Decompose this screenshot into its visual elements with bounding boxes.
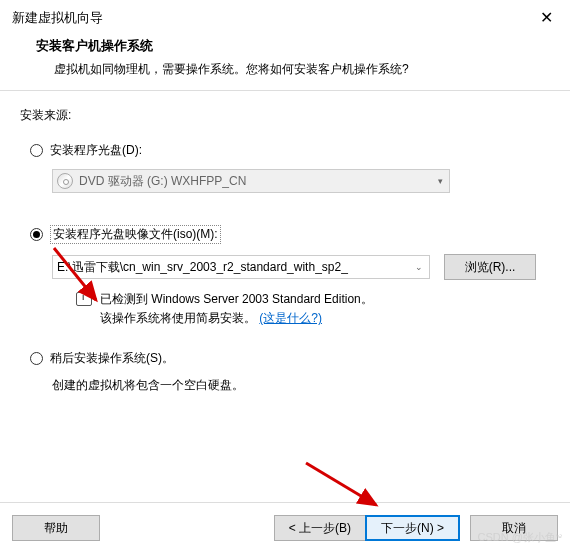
chevron-down-icon: ⌄	[415, 262, 423, 272]
iso-input-row: E:\迅雷下载\cn_win_srv_2003_r2_standard_with…	[52, 254, 550, 280]
content-area: 安装来源: 安装程序光盘(D): DVD 驱动器 (G:) WXHFPP_CN …	[0, 91, 570, 422]
info-line1: 已检测到 Windows Server 2003 Standard Editio…	[100, 292, 373, 306]
iso-path-text: E:\迅雷下载\cn_win_srv_2003_r2_standard_with…	[57, 259, 348, 276]
source-label: 安装来源:	[20, 107, 550, 124]
radio-disc-label: 安装程序光盘(D):	[50, 142, 142, 159]
later-desc: 创建的虚拟机将包含一个空白硬盘。	[52, 377, 550, 394]
info-icon	[76, 292, 92, 306]
titlebar: 新建虚拟机向导 ✕	[0, 0, 570, 33]
back-button[interactable]: < 上一步(B)	[274, 515, 365, 541]
radio-icon	[30, 144, 43, 157]
info-line2: 该操作系统将使用简易安装。	[100, 311, 256, 325]
header-title: 安装客户机操作系统	[36, 37, 546, 55]
dvd-icon	[57, 173, 73, 189]
iso-path-input[interactable]: E:\迅雷下载\cn_win_srv_2003_r2_standard_with…	[52, 255, 430, 279]
radio-later-label: 稍后安装操作系统(S)。	[50, 350, 174, 367]
radio-disc[interactable]: 安装程序光盘(D):	[30, 142, 550, 159]
option-iso-file: 安装程序光盘映像文件(iso)(M): E:\迅雷下载\cn_win_srv_2…	[20, 225, 550, 328]
option-install-later: 稍后安装操作系统(S)。 创建的虚拟机将包含一个空白硬盘。	[20, 350, 550, 394]
radio-iso[interactable]: 安装程序光盘映像文件(iso)(M):	[30, 225, 550, 244]
dvd-drive-text: DVD 驱动器 (G:) WXHFPP_CN	[79, 173, 246, 190]
svg-line-3	[306, 463, 376, 505]
chevron-down-icon: ▾	[438, 176, 443, 186]
browse-button[interactable]: 浏览(R)...	[444, 254, 536, 280]
radio-icon	[30, 352, 43, 365]
dvd-drive-select[interactable]: DVD 驱动器 (G:) WXHFPP_CN ▾	[52, 169, 450, 193]
watermark: CSDN @张小鱼༄	[478, 530, 562, 545]
window-title: 新建虚拟机向导	[12, 9, 103, 27]
detection-info: 已检测到 Windows Server 2003 Standard Editio…	[76, 290, 550, 328]
radio-iso-label: 安装程序光盘映像文件(iso)(M):	[50, 225, 221, 244]
info-text: 已检测到 Windows Server 2003 Standard Editio…	[100, 290, 373, 328]
easy-install-link[interactable]: (这是什么?)	[259, 311, 322, 325]
option-installer-disc: 安装程序光盘(D): DVD 驱动器 (G:) WXHFPP_CN ▾	[20, 142, 550, 193]
help-button[interactable]: 帮助	[12, 515, 100, 541]
header-desc: 虚拟机如同物理机，需要操作系统。您将如何安装客户机操作系统?	[54, 61, 546, 78]
close-icon[interactable]: ✕	[534, 8, 558, 27]
next-button[interactable]: 下一步(N) >	[365, 515, 460, 541]
wizard-header: 安装客户机操作系统 虚拟机如同物理机，需要操作系统。您将如何安装客户机操作系统?	[0, 33, 570, 90]
radio-later[interactable]: 稍后安装操作系统(S)。	[30, 350, 550, 367]
radio-icon	[30, 228, 43, 241]
